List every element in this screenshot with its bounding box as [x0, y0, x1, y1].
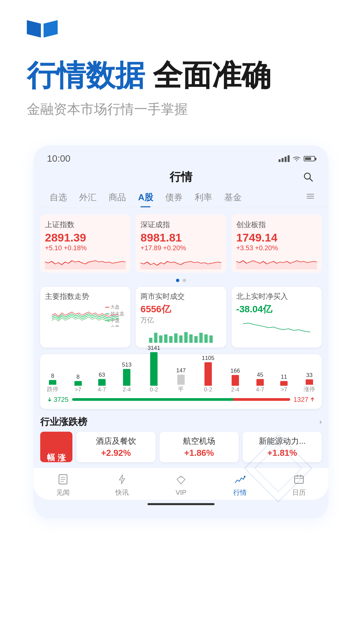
index-value-shanghai: 2891.39 [45, 231, 126, 244]
index-card-shanghai[interactable]: 上证指数 2891.39 +5.10 +0.18% [40, 214, 130, 273]
tab-lilv[interactable]: 利率 [189, 187, 218, 207]
industry-change-aviation: +1.86% [184, 448, 214, 458]
industry-title: 行业涨跌榜 [40, 416, 87, 428]
tab-agu[interactable]: A股 [132, 187, 159, 207]
logo-shape-left [27, 20, 41, 38]
svg-point-25 [244, 476, 246, 477]
status-bar: 10:00 [34, 145, 328, 167]
signal-bar-4 [288, 155, 290, 162]
northflow-value: -38.04亿 [236, 303, 317, 316]
industry-more[interactable]: › [319, 418, 322, 426]
nav-item-vip[interactable]: VIP [174, 473, 188, 496]
industry-name-energy: 新能源动力... [259, 436, 306, 446]
tag-rise: 涨幅 [40, 432, 72, 462]
calendar-icon [292, 472, 306, 487]
tab-zhaiquan[interactable]: 债券 [159, 187, 189, 207]
nav-label-calendar: 日历 [292, 488, 306, 497]
dot-2 [183, 279, 186, 282]
index-name-shenzhen: 深证成指 [140, 220, 221, 230]
dot-1 [176, 279, 179, 282]
index-value-shenzhen: 8981.81 [140, 231, 221, 244]
index-card-chuangye[interactable]: 创业板指 1749.14 +3.53 +0.20% [232, 214, 322, 273]
transaction-chart [140, 326, 221, 343]
headline-area: 行情数据 全面准确 金融资本市场行情一手掌握 [0, 38, 362, 125]
signal-bars-icon [279, 155, 290, 162]
headline-blue: 行情数据 [27, 59, 145, 92]
nav-item-flash[interactable]: 快讯 [115, 472, 129, 497]
svg-rect-15 [184, 332, 188, 343]
arrow-up-icon [310, 397, 315, 402]
nav-label-vip: VIP [176, 489, 186, 496]
headline-dark: 全面准确 [153, 59, 271, 92]
svg-rect-20 [209, 335, 213, 343]
dots-indicator [34, 276, 328, 283]
industry-section: 行业涨跌榜 › 涨幅 酒店及餐饮 +2.92% 航空机场 +1.86% 新能源动… [40, 412, 322, 462]
signal-bar-1 [279, 159, 281, 162]
industry-card-energy[interactable]: 新能源动力... +1.81% [243, 432, 322, 462]
headline-subtitle: 金融资本市场行情一手掌握 [27, 100, 335, 118]
trend-chart: 大盘 超大盘 中盘 小盘 [45, 304, 126, 327]
bar-flat: 147 平 [176, 367, 186, 393]
svg-rect-12 [169, 336, 173, 343]
northflow-title: 北上实时净买入 [236, 291, 317, 302]
nav-item-calendar[interactable]: 日历 [292, 472, 306, 497]
document-icon [56, 472, 70, 487]
tab-shangpin[interactable]: 商品 [103, 187, 132, 207]
nav-item-market[interactable]: 行情 [233, 472, 247, 497]
svg-rect-14 [179, 335, 183, 343]
logo-shape-right [44, 20, 58, 38]
search-button[interactable] [302, 170, 315, 184]
signal-bar-2 [282, 158, 284, 162]
index-name-chuangye: 创业板指 [236, 220, 317, 230]
bar-zhangtting: 33 涨停 [304, 372, 315, 393]
svg-rect-9 [154, 333, 158, 343]
nav-label-market: 行情 [233, 488, 247, 497]
northflow-chart [236, 317, 317, 337]
tab-zixuan[interactable]: 自选 [44, 187, 73, 207]
index-value-chuangye: 1749.14 [236, 231, 317, 244]
index-change-chuangye: +3.53 +0.20% [236, 244, 317, 252]
index-name-shanghai: 上证指数 [45, 220, 126, 230]
bar-4-7-up: 45 4-7 [256, 372, 264, 393]
industry-row: 涨幅 酒店及餐饮 +2.92% 航空机场 +1.86% 新能源动力... +1.… [40, 432, 322, 462]
nav-item-news[interactable]: 见闻 [56, 472, 70, 497]
index-cards: 上证指数 2891.39 +5.10 +0.18% 深证成指 8981.81 +… [34, 208, 328, 276]
progress-green [72, 398, 234, 401]
logo-area [0, 0, 362, 38]
diamond-icon [174, 473, 188, 487]
market-card-transaction[interactable]: 两市实时成交 6556亿 万亿 [136, 287, 226, 347]
tab-waihu[interactable]: 外汇 [73, 187, 103, 207]
page-wrapper: 行情数据 全面准确 金融资本市场行情一手掌握 10:00 [0, 0, 362, 644]
svg-rect-13 [174, 333, 178, 343]
breadth-progress: 3725 1327 [47, 396, 315, 404]
market-card-trend[interactable]: 主要指数走势 大盘 超大盘 [40, 287, 130, 347]
tab-jijin[interactable]: 基金 [218, 187, 248, 207]
home-indicator [147, 503, 215, 505]
svg-rect-17 [194, 336, 198, 343]
nav-tabs: 自选 外汇 商品 A股 债券 利率 基金 [34, 187, 328, 208]
up-count: 1327 [294, 396, 315, 404]
mini-chart-chuangye [236, 255, 317, 269]
industry-card-hotel[interactable]: 酒店及餐饮 +2.92% [76, 432, 156, 462]
logo-icon [27, 20, 362, 38]
market-row: 主要指数走势 大盘 超大盘 [34, 283, 328, 351]
status-icons [279, 155, 315, 162]
nav-more-button[interactable] [302, 187, 318, 207]
bar-2-4-down: 513 2-4 [122, 362, 131, 393]
mini-chart-shanghai [45, 255, 126, 269]
flash-icon [115, 472, 129, 487]
progress-bar [72, 398, 290, 401]
battery-icon [304, 156, 315, 161]
bar-0-2-down: 3141 0-2 [147, 345, 160, 393]
svg-line-1 [310, 178, 312, 181]
market-card-northflow[interactable]: 北上实时净买入 -38.04亿 [232, 287, 322, 347]
menu-icon [306, 192, 315, 201]
index-card-shenzhen[interactable]: 深证成指 8981.81 +17.89 +0.20% [136, 214, 226, 273]
bar-4-7-down: 63 4-7 [98, 372, 106, 393]
mini-chart-shenzhen [140, 255, 221, 269]
app-title: 行情 [170, 169, 192, 185]
industry-card-aviation[interactable]: 航空机场 +1.86% [160, 432, 239, 462]
down-count: 3725 [47, 396, 69, 404]
bottom-nav: 见闻 快讯 VIP [34, 468, 328, 500]
index-change-shanghai: +5.10 +0.18% [45, 244, 126, 252]
